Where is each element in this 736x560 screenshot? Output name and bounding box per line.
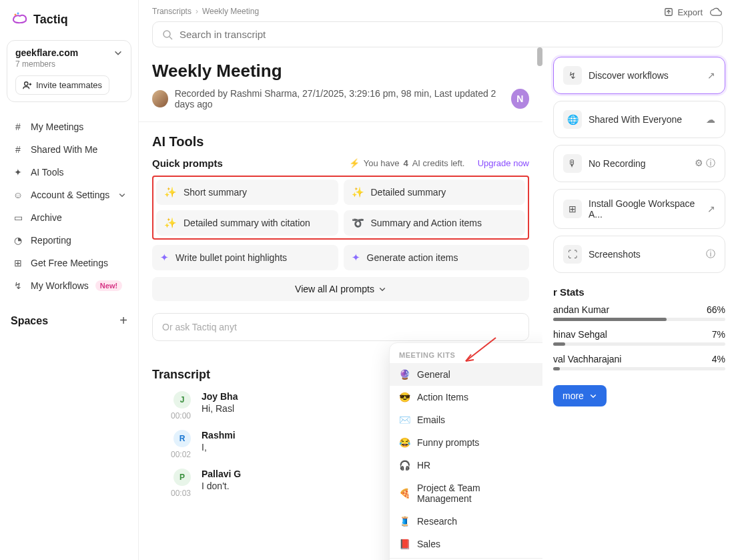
- label: View all AI prompts: [295, 284, 374, 294]
- view-all-prompts[interactable]: View all AI prompts: [152, 277, 529, 301]
- chevron-down-icon: [118, 191, 126, 199]
- org-members: 7 members: [15, 59, 123, 69]
- svg-point-1: [17, 13, 19, 15]
- workflow-icon: ↯: [12, 280, 24, 292]
- prompt-grid-extra: ✦Write bullet point highlights ✦Generate…: [152, 245, 529, 270]
- chip-short-summary[interactable]: ✨Short summary: [156, 180, 338, 205]
- label: Get Free Meetings: [31, 258, 108, 268]
- kit-emails[interactable]: ✉️Emails›: [390, 408, 542, 431]
- chevron-down-icon: [378, 285, 386, 293]
- new-badge: New!: [95, 280, 122, 291]
- speaker-pct: 4%: [712, 354, 725, 364]
- label: Shared With Me: [31, 144, 97, 155]
- books-icon: 📕: [399, 539, 410, 549]
- speaker-stat: andan Kumar66%: [553, 304, 725, 315]
- label: Screenshots: [589, 249, 699, 260]
- label: HR: [417, 460, 430, 471]
- export-label: Export: [677, 7, 703, 17]
- speaker-pct: 7%: [712, 329, 725, 340]
- ask-tactiq-input[interactable]: Or ask Tactiq anyt: [152, 313, 529, 341]
- author-avatar: [152, 90, 168, 107]
- add-space-button[interactable]: +: [119, 313, 127, 328]
- kit-sales[interactable]: 📕Sales›: [390, 533, 542, 555]
- person-icon: ☺: [12, 189, 24, 201]
- sidebar-item-reporting[interactable]: ◔Reporting: [7, 229, 131, 252]
- label: Project & Team Management: [417, 483, 536, 504]
- label: Research: [417, 516, 457, 527]
- scrollbar-thumb[interactable]: [537, 47, 542, 66]
- speaker-badge: J: [173, 391, 191, 408]
- breadcrumb-leaf: Weekly Meeting: [202, 7, 259, 16]
- chip-detailed-citation[interactable]: ✨Detailed summary with citation: [156, 210, 338, 236]
- stat-bar: [553, 367, 725, 370]
- chevron-down-icon: [589, 392, 597, 400]
- kit-project[interactable]: 🍕Project & Team Management›: [390, 477, 542, 510]
- spaces-header: Spaces +: [7, 310, 131, 331]
- label: My Workflows: [31, 280, 89, 291]
- show-more-button[interactable]: more: [553, 385, 607, 406]
- search-input[interactable]: [179, 29, 713, 40]
- search-input-wrap[interactable]: [152, 21, 723, 47]
- info-icon: ⓘ: [706, 248, 715, 260]
- upgrade-link[interactable]: Upgrade now: [478, 158, 529, 168]
- label: My Meetings: [31, 121, 83, 132]
- spaces-label: Spaces: [11, 315, 48, 327]
- label: Sales: [417, 539, 440, 549]
- svg-point-2: [25, 81, 28, 85]
- label: Reporting: [31, 235, 71, 246]
- right-panel: ↯ Discover workflows ↗ 🌐 Shared With Eve…: [542, 47, 736, 560]
- kit-research[interactable]: 🧵Research›: [390, 510, 542, 533]
- kit-action-items[interactable]: 😎Action Items›: [390, 386, 542, 408]
- menu-header: MEETING KITS: [390, 343, 542, 363]
- laugh-icon: 😂: [399, 437, 410, 448]
- bolt-icon: ⚡: [349, 158, 360, 168]
- sidebar-item-account[interactable]: ☺Account & Settings: [7, 184, 131, 206]
- sidebar-nav: #My Meetings #Shared With Me ✦AI Tools ☺…: [7, 115, 131, 297]
- sparkle-icon: ✨: [164, 186, 177, 198]
- no-recording-card[interactable]: 🎙 No Recording ⚙ ⓘ: [553, 145, 725, 182]
- label: Discover workflows: [589, 70, 701, 81]
- screenshots-card[interactable]: ⛶ Screenshots ⓘ: [553, 236, 725, 273]
- org-switcher[interactable]: geekflare.com: [15, 47, 123, 58]
- clock-icon: ◔: [12, 234, 24, 246]
- envelope-icon: ✉️: [399, 414, 410, 425]
- speaker-name: andan Kumar: [553, 304, 609, 315]
- export-icon: [664, 7, 673, 17]
- quick-prompts-title: Quick prompts: [152, 158, 223, 169]
- sidebar-item-meetings[interactable]: #My Meetings: [7, 115, 131, 138]
- chevron-down-icon: [113, 48, 123, 57]
- svg-point-4: [163, 31, 170, 37]
- install-google-card[interactable]: ⊞ Install Google Workspace A... ↗: [553, 189, 725, 229]
- chip-detailed-summary[interactable]: ✨Detailed summary: [344, 180, 526, 205]
- workflow-icon: ↯: [563, 66, 582, 85]
- chip-generate-actions[interactable]: ✦Generate action items: [344, 245, 530, 270]
- cloud-icon[interactable]: [709, 7, 723, 17]
- invite-label: Invite teammates: [36, 80, 102, 90]
- label: Emails: [417, 414, 445, 425]
- kit-funny[interactable]: 😂Funny prompts›: [390, 431, 542, 454]
- chip-summary-action[interactable]: ➰Summary and Action items: [344, 210, 526, 236]
- brand-logo: Tactiq: [7, 9, 131, 29]
- sidebar-item-workflows[interactable]: ↯My WorkflowsNew!: [7, 274, 131, 297]
- search-icon: [162, 29, 173, 40]
- pizza-icon: 🍕: [399, 488, 410, 499]
- shared-everyone-card[interactable]: 🌐 Shared With Everyone ☁: [553, 101, 725, 138]
- sidebar-item-shared[interactable]: #Shared With Me: [7, 138, 131, 161]
- transcript-text: I don't.: [202, 481, 241, 491]
- invite-teammates-button[interactable]: Invite teammates: [15, 75, 109, 95]
- label: Funny prompts: [417, 437, 479, 448]
- user-avatar[interactable]: N: [511, 89, 529, 109]
- kit-general[interactable]: 🔮General›: [390, 363, 542, 386]
- kit-hr[interactable]: 🎧HR›: [390, 454, 542, 477]
- breadcrumb-root[interactable]: Transcripts: [152, 7, 192, 16]
- sidebar-item-aitools[interactable]: ✦AI Tools: [7, 161, 131, 184]
- credits-suffix: AI credits left.: [412, 158, 465, 168]
- sidebar-item-freemeetings[interactable]: ⊞Get Free Meetings: [7, 252, 131, 274]
- sidebar-item-archive[interactable]: ▭Archive: [7, 206, 131, 229]
- label: Summary and Action items: [371, 218, 482, 228]
- speaker-pct: 66%: [707, 304, 725, 315]
- chip-bullet-points[interactable]: ✦Write bullet point highlights: [152, 245, 338, 270]
- discover-workflows-card[interactable]: ↯ Discover workflows ↗: [553, 57, 725, 94]
- export-button[interactable]: Export: [664, 7, 703, 17]
- speaker-name: Rashmi: [202, 430, 236, 441]
